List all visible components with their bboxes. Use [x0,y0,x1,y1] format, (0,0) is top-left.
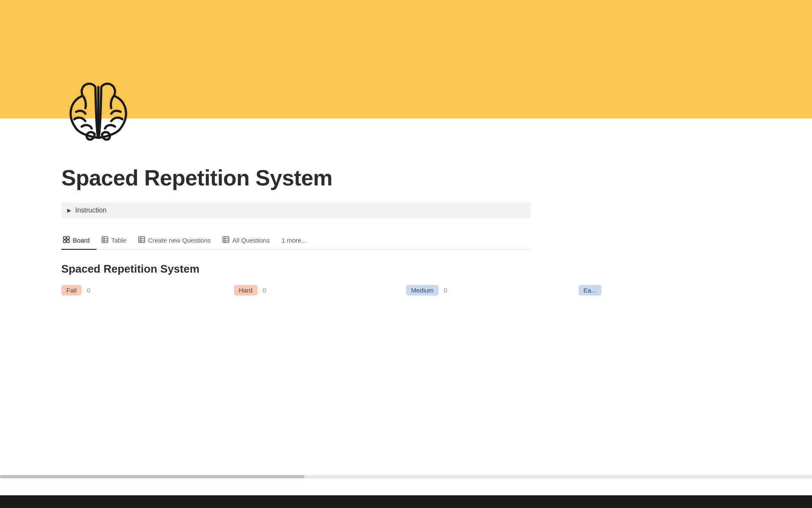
tab-create-questions-label: Create new Questions [148,237,211,244]
tab-create-icon [138,236,145,244]
kanban-column-fail: Fail 0 [61,285,234,302]
kanban-column-medium: Medium 0 [406,285,579,302]
svg-rect-3 [63,240,66,243]
badge-easy: Ea... [579,285,602,295]
tab-board-label: Board [73,237,90,244]
page-wrapper: Spaced Repetition System ▶ Instruction B… [0,0,812,508]
instruction-label: Instruction [75,207,107,214]
tab-table[interactable]: Table [100,232,133,249]
tab-all-questions-label: All Questions [232,237,269,244]
scrollbar-track[interactable] [0,475,812,478]
tab-create-questions[interactable]: Create new Questions [137,232,217,249]
brain-icon [61,77,135,151]
column-header-hard: Hard 0 [234,285,390,295]
header-banner [0,0,812,119]
brain-icon-container [61,77,135,152]
badge-fail: Fail [61,285,82,295]
column-header-fail: Fail 0 [61,285,217,295]
column-header-easy: Ea... [579,285,734,295]
instruction-toggle[interactable]: ▶ Instruction [61,202,531,218]
kanban-columns: Fail 0 Hard 0 Medium 0 [61,285,751,302]
column-count-fail: 0 [87,287,90,294]
svg-rect-4 [67,240,69,243]
scrollbar-thumb[interactable] [0,475,304,478]
kanban-column-hard: Hard 0 [234,285,406,302]
column-count-hard: 0 [263,287,266,294]
column-count-medium: 0 [444,287,447,294]
tab-board[interactable]: Board [61,232,96,249]
tab-more[interactable]: 1 more... [280,232,308,249]
bottom-bar [0,495,812,508]
kanban-column-easy: Ea... [579,285,751,302]
svg-rect-1 [63,237,66,239]
tab-board-icon [63,236,70,244]
svg-rect-9 [139,237,145,243]
svg-rect-13 [223,237,229,243]
toggle-arrow-icon: ▶ [67,207,71,213]
badge-medium: Medium [406,285,439,295]
svg-rect-5 [102,237,108,243]
tab-all-questions[interactable]: All Questions [221,232,276,249]
tab-all-icon [222,236,229,244]
badge-hard: Hard [234,285,258,295]
tab-table-icon [102,236,108,244]
tab-table-label: Table [111,237,126,244]
tabs-bar: Board Table [61,232,531,250]
tab-more-label: 1 more... [282,237,307,244]
page-title: Spaced Repetition System [61,165,751,190]
column-header-medium: Medium 0 [406,285,562,295]
board-section-title: Spaced Repetition System [61,262,751,276]
svg-rect-2 [67,237,69,239]
